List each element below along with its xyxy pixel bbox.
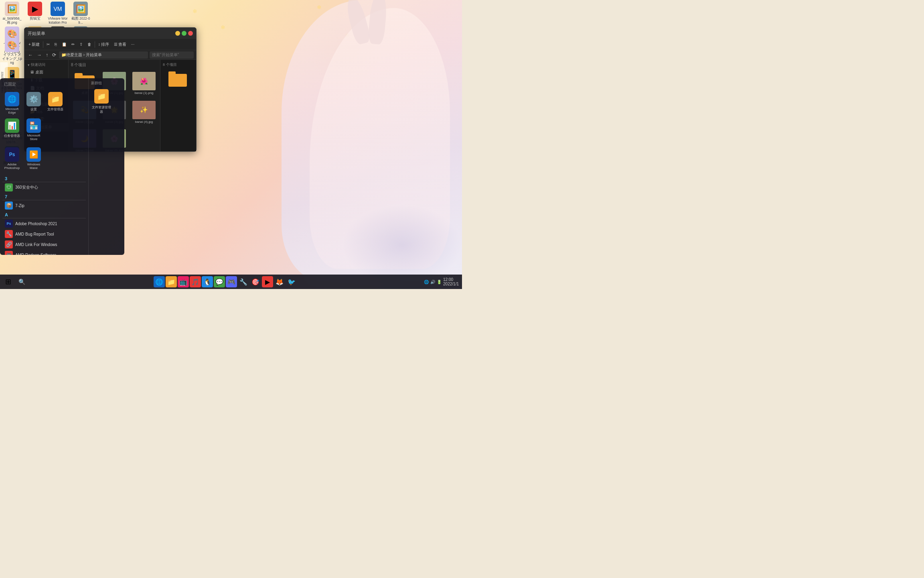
taskbar-bili[interactable]: 📺: [178, 276, 189, 287]
taskbar-tool1[interactable]: 🔧: [238, 276, 249, 287]
new-group-filemgr[interactable]: 📁 文件资源管理器: [91, 88, 112, 116]
fm-right-panel: 8 个项目: [160, 60, 196, 151]
toolbar-divider2: [95, 41, 95, 48]
pinned-store[interactable]: 🏪 Microsoft Store: [23, 117, 44, 142]
desktop: ❄ ❄ ❄ ❄ 🖼️ ai_569/956_画.png ▶ 剪辑宝 VM VMw…: [0, 0, 462, 289]
app-amd-link[interactable]: 🔗 AMD Link For Windows: [2, 239, 86, 250]
up-button[interactable]: ↑: [45, 52, 49, 58]
close-button[interactable]: [188, 31, 193, 36]
forward-button[interactable]: →: [36, 52, 43, 58]
app-amd-radeon[interactable]: 🎮 AMD Radeon Software: [2, 250, 86, 255]
fm-search-input[interactable]: [150, 51, 194, 59]
taskbar-netease[interactable]: 🎵: [190, 276, 201, 287]
pinned-header: 已固定: [0, 78, 88, 89]
desktop-icon-wps[interactable]: ▶ 剪辑宝: [24, 1, 46, 25]
taskbar-tool3[interactable]: ▶: [262, 276, 273, 287]
taskbar-edge[interactable]: 🌐: [154, 276, 165, 287]
taskbar-network-icon: 🌐: [424, 280, 429, 284]
pinned-photoshop[interactable]: Ps Adobe Photoshop: [2, 146, 22, 171]
sparkle1: ❄: [192, 8, 197, 14]
pinned-apps-grid: 🌐 Microsoft Edge ⚙️ 设置 📁 文件管理器 📊 任务管理器 🏪: [0, 89, 88, 144]
minimize-button[interactable]: [175, 31, 180, 36]
refresh-button[interactable]: ⟳: [51, 52, 57, 58]
taskbar-battery-icon: 🔋: [437, 280, 442, 284]
quick-access-section[interactable]: ▾ 快速访问: [24, 61, 68, 68]
item-count: 8 个项目: [71, 62, 158, 68]
taskbar-explorer[interactable]: 📁: [166, 276, 177, 287]
pinned-windows-media[interactable]: ▶️ Windows Mane: [23, 146, 44, 171]
share-button[interactable]: ⇧: [78, 41, 84, 47]
pinned-filemgr[interactable]: 📁 文件管理器: [45, 90, 66, 116]
start-menu-right-panel: 新群组 📁 文件资源管理器: [88, 78, 124, 255]
app-amd-bug[interactable]: 🔧 AMD Bug Report Tool: [2, 229, 86, 239]
section-7: 7: [2, 193, 86, 200]
section-360: 3: [2, 175, 86, 182]
search-button[interactable]: 🔍: [15, 275, 28, 288]
start-button[interactable]: ⊞: [2, 275, 14, 288]
app-photoshop2021[interactable]: Ps Adobe Photoshop 2021: [2, 218, 86, 229]
taskbar-discord[interactable]: 🎮: [226, 276, 237, 287]
back-button[interactable]: ←: [27, 52, 34, 58]
fm-breadcrumb[interactable]: 📁 绝爱主题 › 开始菜单: [59, 51, 148, 59]
start-menu-left-panel: 已固定 🌐 Microsoft Edge ⚙️ 设置 📁 文件管理器 📊 任务管…: [0, 78, 88, 255]
fm-titlebar: 开始菜单: [24, 28, 196, 39]
taskbar-center: 🌐 📁 📺 🎵 🐧 💬 🎮 🔧 🎯 ▶ 🦊 🐦: [30, 276, 421, 287]
maximize-button[interactable]: [182, 31, 186, 36]
more-button[interactable]: ···: [130, 41, 136, 47]
desktop-icon-illust2[interactable]: 🎨 イラストメイキング_t.png: [1, 37, 23, 66]
taskbar-tool2[interactable]: 🎯: [250, 276, 261, 287]
taskbar-right: 🌐 🔊 🔋 12:002022/1/1: [421, 277, 462, 286]
anime-char-area: [229, 0, 462, 285]
breadcrumb-folder-icon: 📁: [61, 53, 66, 57]
app-360[interactable]: 🛡 360安全中心: [2, 182, 86, 193]
pinned-apps-grid2: Ps Adobe Photoshop ▶️ Windows Mane: [0, 144, 88, 173]
taskbar-bird[interactable]: 🐦: [286, 276, 297, 287]
taskbar-fox[interactable]: 🦊: [274, 276, 285, 287]
sidebar-desktop[interactable]: 🖥 桌面: [24, 68, 68, 76]
app-list: 3 🛡 360安全中心 7 📦 7-Zip A Ps Adobe Photosh…: [0, 173, 88, 255]
toolbar-divider1: [43, 41, 43, 48]
new-group-header: 新群组: [91, 81, 122, 86]
fm-title-text: 开始菜单: [28, 31, 45, 37]
pinned-edge[interactable]: 🌐 Microsoft Edge: [2, 90, 22, 116]
taskbar-wechat[interactable]: 💬: [214, 276, 225, 287]
taskbar-qq[interactable]: 🐧: [202, 276, 213, 287]
app-7zip[interactable]: 📦 7-Zip: [2, 200, 86, 211]
paste-button[interactable]: 📋: [60, 41, 68, 47]
fm-toolbar: + 新建 ✂ ⎘ 📋 ✏ ⇧ 🗑 ↕ 排序 ☰ 查看 ···: [24, 39, 196, 50]
delete-button[interactable]: 🗑: [86, 41, 93, 47]
cut-button[interactable]: ✂: [45, 41, 51, 47]
pinned-taskmgr[interactable]: 📊 任务管理器: [2, 117, 22, 142]
rename-button[interactable]: ✏: [70, 41, 76, 47]
sparkle2: ❄: [221, 24, 225, 31]
fm-window-controls: [175, 31, 193, 36]
desktop-icon-anime1[interactable]: 🖼️ ai_569/956_画.png: [1, 1, 23, 25]
fm-file-banai4[interactable]: ✨ banai (4).jpg: [130, 99, 158, 126]
taskbar-time: 12:002022/1/1: [443, 277, 459, 286]
taskbar-volume-icon: 🔊: [430, 280, 435, 284]
fm-navbar: ← → ↑ ⟳ 📁 绝爱主题 › 开始菜单: [24, 50, 196, 60]
section-a: A: [2, 212, 86, 218]
new-button[interactable]: + 新建: [27, 41, 41, 48]
start-menu: 已固定 🌐 Microsoft Edge ⚙️ 设置 📁 文件管理器 📊 任务管…: [0, 78, 124, 255]
view-button[interactable]: ☰ 查看: [112, 41, 128, 48]
desktop-icon-screenshot[interactable]: 🖼️ 截图 2022-09...: [69, 1, 92, 25]
desktop-icon-vmware[interactable]: VM VMware Workstation Pro: [47, 1, 69, 25]
taskbar-left: ⊞ 🔍: [0, 275, 30, 288]
copy-button[interactable]: ⎘: [53, 41, 59, 47]
sort-button[interactable]: ↕ 排序: [97, 41, 111, 48]
pinned-settings[interactable]: ⚙️ 设置: [23, 90, 44, 116]
taskbar: ⊞ 🔍 🌐 📁 📺 🎵 🐧 💬 🎮 🔧 🎯 ▶ 🦊 🐦 🌐 🔊 🔋 12:002…: [0, 275, 462, 289]
fm-file-banai1png[interactable]: 🌺 banai (1).png: [130, 70, 158, 97]
fm-folder-right: [168, 71, 188, 88]
